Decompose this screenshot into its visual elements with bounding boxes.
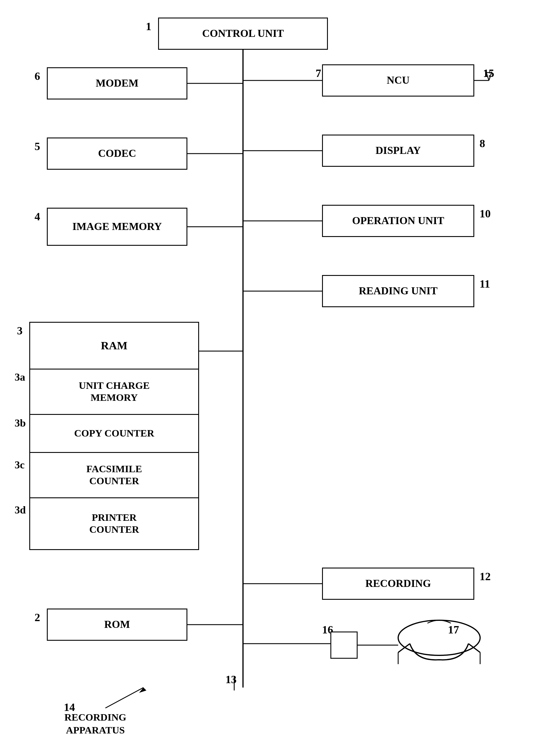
image-memory-box: IMAGE MEMORY <box>47 208 187 246</box>
printer-counter-label: PRINTERCOUNTER <box>89 512 139 536</box>
label-10: 10 <box>480 207 491 220</box>
recording-box: RECORDING <box>322 568 474 600</box>
label-4: 4 <box>35 210 40 223</box>
svg-line-23 <box>468 644 480 652</box>
label-3: 3 <box>17 324 23 337</box>
label-12: 12 <box>480 570 491 583</box>
rom-label: ROM <box>104 618 130 631</box>
facsimile-counter-sub: FACSIMILECOUNTER <box>30 453 198 498</box>
label-13: 13 <box>225 673 236 686</box>
modem-label: MODEM <box>96 77 138 90</box>
reading-unit-box: READING UNIT <box>322 275 474 307</box>
ncu-box: NCU <box>322 64 474 97</box>
printer-counter-sub: PRINTERCOUNTER <box>30 498 198 549</box>
copy-counter-label: COPY COUNTER <box>74 427 154 439</box>
svg-marker-19 <box>139 688 146 693</box>
display-box: DISPLAY <box>322 135 474 167</box>
copy-counter-sub: COPY COUNTER <box>30 415 198 453</box>
label-6: 6 <box>35 70 40 83</box>
facsimile-counter-label: FACSIMILECOUNTER <box>86 463 142 487</box>
ram-group-box: RAM UNIT CHARGEMEMORY COPY COUNTER FACSI… <box>29 322 199 550</box>
codec-box: CODEC <box>47 138 187 170</box>
rom-box: ROM <box>47 609 187 641</box>
ncu-label: NCU <box>387 74 410 87</box>
ram-label: RAM <box>101 339 128 353</box>
label-1: 1 <box>146 20 151 33</box>
unit-charge-memory-sub: UNIT CHARGEMEMORY <box>30 370 198 415</box>
label-16: 16 <box>322 623 333 636</box>
label-3c: 3c <box>15 459 25 471</box>
svg-line-22 <box>398 644 410 652</box>
modem-box: MODEM <box>47 67 187 99</box>
recording-label: RECORDING <box>365 577 431 590</box>
label-11: 11 <box>480 277 490 290</box>
recording-apparatus-label: RECORDING APPARATUS <box>64 711 126 737</box>
label-7: 7 <box>316 67 321 80</box>
svg-line-18 <box>105 688 143 708</box>
svg-point-21 <box>398 620 480 655</box>
svg-rect-16 <box>331 632 357 658</box>
image-memory-label: IMAGE MEMORY <box>72 220 162 233</box>
label-5: 5 <box>35 140 40 153</box>
label-8: 8 <box>480 137 485 150</box>
operation-unit-box: OPERATION UNIT <box>322 205 474 237</box>
label-3b: 3b <box>15 417 26 429</box>
label-3a: 3a <box>15 371 25 383</box>
label-2: 2 <box>35 611 40 624</box>
unit-charge-label: UNIT CHARGEMEMORY <box>79 380 150 404</box>
control-unit-box: CONTROL UNIT <box>158 18 328 50</box>
label-3d: 3d <box>15 504 26 516</box>
control-unit-label: CONTROL UNIT <box>202 27 284 40</box>
label-14: 14 <box>64 701 75 714</box>
operation-unit-label: OPERATION UNIT <box>352 214 444 227</box>
label-15-text: 15 <box>483 67 494 80</box>
ram-sub-box: RAM <box>30 323 198 370</box>
codec-label: CODEC <box>98 147 136 160</box>
display-label: DISPLAY <box>376 144 421 157</box>
reading-unit-label: READING UNIT <box>359 285 437 297</box>
diagram: CONTROL UNIT 1 NCU 7 15 MODEM 6 DISPLAY … <box>0 0 546 756</box>
device-17-shape <box>392 614 486 673</box>
